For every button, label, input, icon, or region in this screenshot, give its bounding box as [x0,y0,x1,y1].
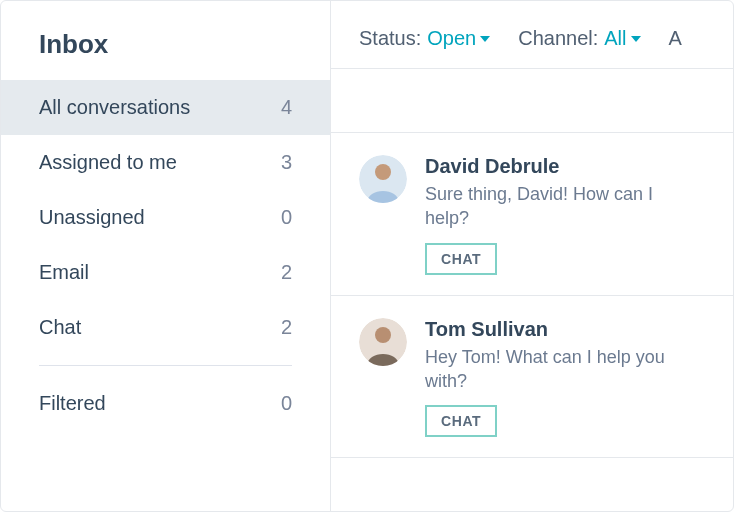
sidebar-item-chat[interactable]: Chat 2 [1,300,330,355]
sidebar-item-label: Chat [39,316,81,339]
sidebar-item-unassigned[interactable]: Unassigned 0 [1,190,330,245]
channel-filter[interactable]: Channel: All [518,27,640,50]
channel-filter-value-text: All [604,27,626,50]
conversation-body: Tom Sullivan Hey Tom! What can I help yo… [425,318,705,438]
conversation-name: David Debrule [425,155,705,178]
svg-point-1 [375,164,391,180]
sidebar-item-count: 0 [281,392,292,415]
sidebar-item-label: Filtered [39,392,106,415]
avatar [359,318,407,366]
svg-point-3 [375,327,391,343]
main-panel: Status: Open Channel: All A [331,1,733,511]
conversation-preview: Hey Tom! What can I help you with? [425,345,685,394]
sidebar-item-count: 2 [281,316,292,339]
channel-filter-label: Channel: [518,27,598,50]
caret-down-icon [631,36,641,42]
conversation-name: Tom Sullivan [425,318,705,341]
sidebar-item-label: Assigned to me [39,151,177,174]
toolbar-spacer [331,69,733,133]
avatar [359,155,407,203]
conversation-body: David Debrule Sure thing, David! How can… [425,155,705,275]
sidebar-item-filtered[interactable]: Filtered 0 [1,376,330,431]
sidebar-item-label: Unassigned [39,206,145,229]
sidebar-item-count: 2 [281,261,292,284]
sidebar-item-count: 0 [281,206,292,229]
sidebar-item-label: Email [39,261,89,284]
sidebar-divider [39,365,292,366]
extra-filter-label: A [669,27,682,50]
inbox-sidebar: Inbox All conversations 4 Assigned to me… [1,1,331,511]
sidebar-item-label: All conversations [39,96,190,119]
status-filter-value[interactable]: Open [427,27,490,50]
status-filter[interactable]: Status: Open [359,27,490,50]
caret-down-icon [480,36,490,42]
sidebar-item-count: 4 [281,96,292,119]
sidebar-item-all-conversations[interactable]: All conversations 4 [1,80,330,135]
chat-badge: CHAT [425,405,497,437]
inbox-title: Inbox [1,21,330,80]
conversation-item[interactable]: David Debrule Sure thing, David! How can… [331,133,733,296]
conversation-item[interactable]: Tom Sullivan Hey Tom! What can I help yo… [331,296,733,459]
conversation-preview: Sure thing, David! How can I help? [425,182,685,231]
sidebar-item-count: 3 [281,151,292,174]
status-filter-label: Status: [359,27,421,50]
chat-badge: CHAT [425,243,497,275]
extra-filter-partial[interactable]: A [669,27,682,50]
filter-bar: Status: Open Channel: All A [331,1,733,69]
sidebar-item-assigned-to-me[interactable]: Assigned to me 3 [1,135,330,190]
conversation-list: David Debrule Sure thing, David! How can… [331,133,733,511]
status-filter-value-text: Open [427,27,476,50]
channel-filter-value[interactable]: All [604,27,640,50]
sidebar-item-email[interactable]: Email 2 [1,245,330,300]
